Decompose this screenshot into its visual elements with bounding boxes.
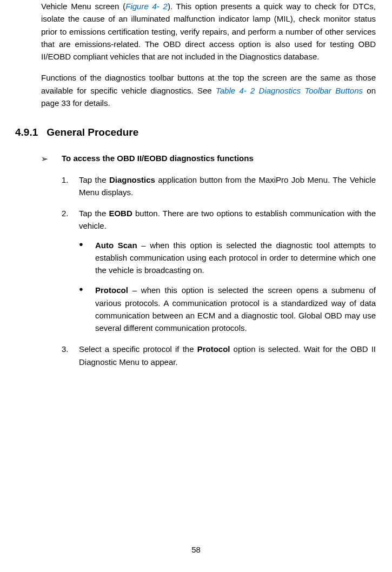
intro-paragraph-1: Vehicle Menu screen (Figure 4- 2). This … (41, 0, 376, 63)
intro-paragraph-2: Functions of the diagnostics toolbar but… (41, 71, 376, 109)
step-item: 1. Tap the Diagnostics application butto… (62, 174, 376, 199)
bullet-item: ●Auto Scan – when this option is selecte… (79, 239, 376, 277)
figure-reference: Figure 4- 2 (125, 2, 168, 11)
text: Vehicle Menu screen ( (41, 2, 125, 11)
bold-term: EOBD (109, 209, 132, 218)
page-number: 58 (0, 543, 392, 556)
step-list: 1. Tap the Diagnostics application butto… (41, 174, 376, 368)
bullet-marker: ● (79, 239, 83, 250)
step-item: 2. Tap the EOBD button. There are two op… (62, 207, 376, 334)
table-reference: Table 4- 2 Diagnostics Toolbar Buttons (216, 86, 363, 95)
text: Select a specific protocol if the (79, 344, 197, 354)
section-title: General Procedure (46, 127, 138, 138)
section-number: 4.9.1 (15, 124, 38, 140)
bullet-head-term: Auto Scan (95, 241, 137, 250)
procedure-block: ➢ To access the OBD II/EOBD diagnostics … (41, 152, 376, 368)
bullet-list: ●Auto Scan – when this option is selecte… (79, 239, 376, 335)
right-arrow-icon: ➢ (41, 152, 48, 165)
bullet-body: – when this option is selected the scree… (95, 285, 376, 332)
bullet-marker: ● (79, 284, 83, 295)
step-item: 3. Select a specific protocol if the Pro… (62, 343, 376, 368)
step-number: 3. (62, 343, 69, 355)
text: Tap the (79, 209, 109, 218)
bullet-body: – when this option is selected the diagn… (95, 241, 376, 275)
bullet-head-term: Protocol (95, 285, 128, 295)
bold-term: Diagnostics (109, 175, 155, 184)
text: Tap the (79, 175, 109, 184)
section-heading: 4.9.1General Procedure (15, 124, 376, 140)
step-number: 2. (62, 207, 69, 220)
procedure-heading: ➢ To access the OBD II/EOBD diagnostics … (41, 152, 376, 164)
bullet-item: ●Protocol – when this option is selected… (79, 284, 376, 334)
step-number: 1. (62, 174, 69, 186)
bold-term: Protocol (197, 344, 230, 354)
procedure-title: To access the OBD II/EOBD diagnostics fu… (62, 154, 254, 163)
